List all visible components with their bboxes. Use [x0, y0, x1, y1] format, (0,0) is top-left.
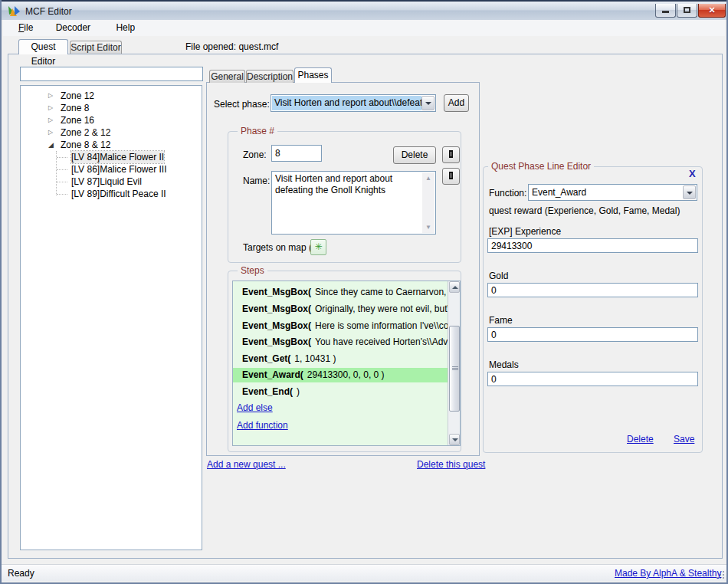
medals-label: Medals	[489, 359, 519, 370]
tree-item-zone-8[interactable]: Zone 8	[61, 102, 89, 114]
tab-general[interactable]: General	[209, 70, 245, 83]
function-description: quest reward (Experience, Gold, Fame, Me…	[489, 205, 680, 216]
add-function-link[interactable]: Add function	[237, 420, 288, 432]
tree-item-lv87[interactable]: [LV 87]Liquid Evil	[71, 176, 142, 188]
line-save-link[interactable]: Save	[674, 434, 694, 445]
zone-input[interactable]	[271, 145, 322, 162]
phase-up-button[interactable]	[442, 146, 460, 163]
line-delete-link[interactable]: Delete	[627, 434, 654, 445]
tree-connector	[57, 169, 67, 170]
tree-item-zone-8-12[interactable]: Zone 8 & 12	[61, 139, 110, 151]
file-opened-label: File opened: quest.mcf	[185, 41, 278, 52]
minimize-button[interactable]	[655, 4, 676, 18]
medals-input[interactable]	[487, 372, 698, 386]
step-row[interactable]: Event_MsgBox(Here is some information I'…	[233, 319, 448, 333]
unknown-glyph-icon	[449, 150, 453, 158]
step-row[interactable]: Event_MsgBox(You have received Horten's\…	[233, 335, 448, 349]
tree-collapsed-icon[interactable]: ▷	[48, 90, 57, 102]
tree-item-zone-2-12[interactable]: Zone 2 & 12	[61, 126, 110, 139]
menu-file[interactable]: File	[12, 20, 39, 34]
add-else-link[interactable]: Add else	[237, 402, 273, 415]
tree-item-lv89[interactable]: [LV 89]Difficult Peace II	[71, 188, 166, 200]
phase-select-dropdown-button[interactable]	[421, 96, 435, 110]
name-scrollbar[interactable]: ▲ ▼	[422, 172, 435, 233]
tree-connector	[57, 194, 67, 195]
app-window: MCF Editor ✕ File Decoder Help Quest Edi…	[0, 0, 728, 584]
fame-input[interactable]	[487, 327, 698, 342]
close-button[interactable]: ✕	[698, 4, 726, 18]
select-phase-label: Select phase:	[214, 99, 270, 110]
tree-item-lv84[interactable]: [LV 84]Malice Flower II	[71, 151, 164, 163]
scroll-up-button[interactable]	[449, 281, 460, 293]
step-args: Here is some information I've\\comp	[315, 320, 448, 331]
function-combobox[interactable]: Event_Award	[528, 184, 697, 201]
credit-link[interactable]: Made By AlphA & Stealthy	[615, 568, 721, 579]
add-new-quest-link[interactable]: Add a new quest ...	[207, 459, 286, 470]
step-function: Event_End(	[242, 386, 293, 397]
delete-phase-button[interactable]: Delete	[393, 146, 436, 164]
step-args: Originally, they were not evil, but\\si	[315, 303, 448, 314]
menu-help[interactable]: Help	[110, 20, 141, 34]
unknown-glyph-icon	[449, 172, 453, 179]
line-editor-close-button[interactable]: X	[689, 168, 696, 179]
target-marker-icon: ✳	[314, 241, 322, 252]
tab-script-editor[interactable]: Script Editor	[70, 41, 122, 54]
gold-input[interactable]	[487, 283, 698, 297]
scroll-down-icon[interactable]: ▼	[422, 221, 435, 233]
step-args: You have received Horten's\\Adver	[315, 336, 448, 347]
app-logo-icon	[8, 5, 21, 17]
tab-quest-editor[interactable]: Quest Editor	[18, 39, 68, 54]
scroll-down-button[interactable]	[449, 434, 460, 445]
exp-input[interactable]	[487, 238, 698, 253]
tree-expanded-icon[interactable]: ◢	[48, 139, 57, 151]
thumb-grip-icon	[452, 366, 458, 367]
tree-item-zone-16[interactable]: Zone 16	[61, 114, 94, 126]
tree-collapsed-icon[interactable]: ▷	[48, 126, 57, 139]
scroll-up-icon[interactable]: ▲	[422, 172, 435, 184]
delete-this-quest-link[interactable]: Delete this quest	[417, 459, 485, 470]
zone-tree[interactable]: ▷Zone 12 ▷Zone 8 ▷Zone 16 ▷Zone 2 & 12 ◢…	[20, 85, 202, 550]
phase-name-textarea[interactable]: Visit Horten and report about defeating …	[271, 171, 436, 235]
step-function: Event_Award(	[242, 369, 303, 380]
maximize-button[interactable]	[677, 4, 697, 18]
tree-collapsed-icon[interactable]: ▷	[48, 114, 57, 126]
zone-label: Zone:	[243, 149, 267, 160]
tab-description[interactable]: Description	[246, 70, 293, 83]
tree-item-lv86[interactable]: [LV 86]Malice Flower III	[71, 163, 167, 176]
line-editor-title: Quest Phase Line Editor	[488, 161, 594, 172]
phase-select-combobox[interactable]: Visit Horten and report about\\defeating	[271, 94, 436, 112]
function-dropdown-button[interactable]	[683, 185, 696, 199]
tree-collapsed-icon[interactable]: ▷	[48, 102, 57, 114]
tree-connector	[57, 182, 67, 182]
steps-list[interactable]: Event_MsgBox(Since they came to Caernarv…	[232, 281, 461, 446]
scrollbar-thumb[interactable]	[449, 326, 460, 412]
step-row[interactable]: Event_MsgBox(Originally, they were not e…	[233, 302, 448, 317]
status-bar: Ready Made By AlphA & Stealthy	[2, 564, 726, 581]
search-input[interactable]	[20, 67, 203, 81]
phase-select-value: Visit Horten and report about\\defeating	[272, 96, 421, 110]
phase-groupbox-title: Phase #	[238, 126, 277, 136]
tree-item-zone-12[interactable]: Zone 12	[61, 90, 94, 102]
phase-down-button[interactable]	[442, 168, 460, 185]
add-phase-button[interactable]: Add	[444, 94, 469, 112]
scroll-up-icon	[452, 286, 458, 289]
step-row[interactable]: Event_End()	[233, 385, 448, 399]
step-function: Event_Get(	[242, 353, 290, 364]
step-args: Since they came to Caernarvon, the	[315, 287, 448, 297]
function-value: Event_Award	[530, 185, 683, 199]
minimize-icon	[662, 11, 669, 13]
steps-groupbox-title: Steps	[238, 265, 267, 276]
fame-label: Fame	[489, 315, 513, 326]
menu-decoder[interactable]: Decoder	[50, 20, 97, 34]
steps-scrollbar[interactable]	[448, 281, 460, 445]
phase-name-text: Visit Horten and report about defeating …	[275, 173, 420, 196]
step-row[interactable]: Event_MsgBox(Since they came to Caernarv…	[233, 285, 448, 300]
step-args: 1, 10431 )	[294, 353, 336, 364]
targets-on-map-button[interactable]: ✳	[310, 239, 326, 255]
step-function: Event_MsgBox(	[242, 336, 311, 347]
menu-bar: File Decoder Help	[3, 20, 725, 36]
title-bar: MCF Editor ✕	[2, 0, 726, 20]
step-row-selected[interactable]: Event_Award(29413300, 0, 0, 0 )	[233, 368, 448, 382]
tab-phases[interactable]: Phases	[294, 67, 332, 83]
step-row[interactable]: Event_Get(1, 10431 )	[233, 352, 448, 366]
